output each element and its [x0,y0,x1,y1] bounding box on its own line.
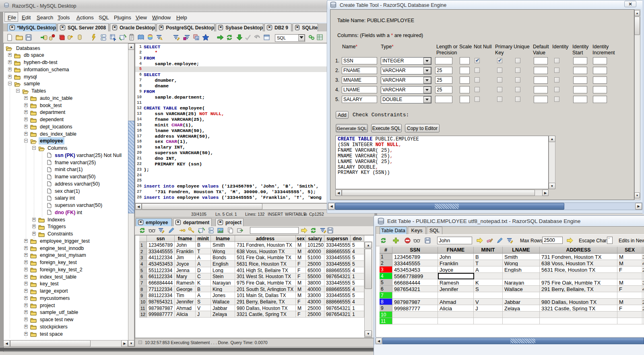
svg-text:0: 0 [196,37,198,41]
